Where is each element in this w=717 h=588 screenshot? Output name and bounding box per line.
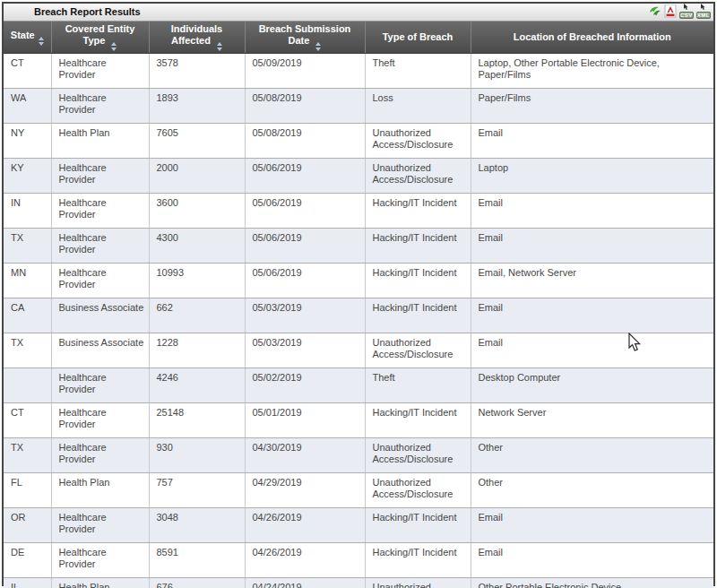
table-row: ILHealth Plan67604/24/2019Unauthorized A…: [4, 578, 713, 588]
table-row: CABusiness Associate66205/03/2019Hacking…: [4, 298, 713, 333]
table-row: TXBusiness Associate122805/03/2019Unauth…: [4, 333, 713, 368]
page-title: Breach Report Results: [34, 6, 141, 17]
table-cell: Business Associate: [51, 298, 149, 333]
excel-export-icon[interactable]: [648, 4, 661, 22]
table-cell: OR: [4, 508, 51, 543]
table-cell: 4246: [149, 368, 245, 403]
table-cell: Desktop Computer: [471, 368, 713, 403]
table-cell: 1228: [149, 333, 245, 368]
column-header-covered-entity-type[interactable]: Covered Entity Type: [51, 22, 149, 54]
table-cell: Business Associate: [51, 333, 149, 368]
table-row: TXHealthcare Provider430005/06/2019Hacki…: [4, 229, 713, 264]
table-cell: TX: [4, 438, 51, 473]
table-cell: 4300: [149, 229, 245, 264]
table-cell: Email, Network Server: [471, 264, 713, 298]
table-cell: 05/09/2019: [245, 54, 365, 89]
table-cell: Network Server: [471, 403, 713, 438]
table-cell: 05/06/2019: [245, 264, 365, 298]
table-cell: DE: [4, 543, 51, 578]
column-label: State: [11, 30, 35, 40]
column-header-breach-submission-date[interactable]: Breach Submission Date: [245, 22, 365, 54]
xml-badge-label: XML: [696, 12, 711, 19]
table-cell: IN: [4, 194, 51, 229]
column-header-state[interactable]: State: [4, 22, 51, 54]
table-cell: Other Portable Electronic Device: [471, 578, 713, 588]
table-body: CTHealthcare Provider357805/09/2019Theft…: [4, 54, 713, 588]
table-cell: 04/29/2019: [245, 473, 365, 508]
table-cell: 04/30/2019: [245, 438, 365, 473]
table-cell: [4, 368, 51, 403]
table-cell: Healthcare Provider: [51, 159, 149, 194]
column-header-individuals-affected[interactable]: Individuals Affected: [149, 22, 245, 54]
title-bar: Breach Report Results CSV: [4, 4, 713, 22]
table-cell: Unauthorized Access/Disclosure: [365, 578, 471, 588]
table-cell: Laptop: [471, 159, 713, 194]
table-cell: CT: [4, 54, 51, 89]
table-cell: TX: [4, 229, 51, 264]
table-cell: CT: [4, 403, 51, 438]
table-cell: Email: [471, 298, 713, 333]
table-cell: Hacking/IT Incident: [365, 194, 471, 229]
xml-export-icon[interactable]: XML: [696, 4, 711, 21]
table-row: Healthcare Provider424605/02/2019TheftDe…: [4, 368, 713, 403]
table-cell: Healthcare Provider: [51, 89, 149, 124]
table-cell: 05/03/2019: [245, 333, 365, 368]
table-cell: Healthcare Provider: [51, 264, 149, 298]
table-cell: 676: [149, 578, 245, 588]
breach-report-table: State Covered Entity Type Individuals Af…: [4, 22, 713, 588]
column-label: Type of Breach: [383, 31, 454, 42]
table-cell: 3048: [149, 508, 245, 543]
table-cell: Unauthorized Access/Disclosure: [365, 438, 471, 473]
column-header-location-of-breached-information: Location of Breached Information: [471, 22, 713, 54]
table-row: CTHealthcare Provider2514805/01/2019Hack…: [4, 403, 713, 438]
table-cell: Unauthorized Access/Disclosure: [365, 333, 471, 368]
table-cell: 04/24/2019: [245, 578, 365, 588]
pdf-export-icon[interactable]: [664, 4, 677, 22]
table-cell: Unauthorized Access/Disclosure: [365, 124, 471, 159]
table-cell: Hacking/IT Incident: [365, 403, 471, 438]
table-row: TXHealthcare Provider93004/30/2019Unauth…: [4, 438, 713, 473]
column-label: Breach Submission Date: [259, 23, 351, 46]
table-cell: WA: [4, 89, 51, 124]
sort-icon: [111, 42, 117, 51]
table-row: ORHealthcare Provider304804/26/2019Hacki…: [4, 508, 713, 543]
table-cell: Healthcare Provider: [51, 438, 149, 473]
table-cell: 10993: [149, 264, 245, 298]
table-cell: Hacking/IT Incident: [365, 543, 471, 578]
table-cell: Hacking/IT Incident: [365, 298, 471, 333]
column-label: Location of Breached Information: [514, 31, 671, 42]
sort-icon: [217, 42, 222, 51]
table-cell: 8591: [149, 543, 245, 578]
table-cell: 04/26/2019: [245, 508, 365, 543]
table-cell: 2000: [149, 159, 245, 194]
sort-icon: [315, 42, 321, 51]
table-row: INHealthcare Provider360005/06/2019Hacki…: [4, 194, 713, 229]
table-cell: Health Plan: [51, 578, 149, 588]
table-cell: Hacking/IT Incident: [365, 264, 471, 298]
table-cell: Email: [471, 229, 713, 264]
table-cell: Email: [471, 508, 713, 543]
column-header-type-of-breach: Type of Breach: [365, 22, 471, 54]
table-cell: Unauthorized Access/Disclosure: [365, 159, 471, 194]
table-cell: Other: [471, 473, 713, 508]
table-cell: Healthcare Provider: [51, 508, 149, 543]
table-cell: 3578: [149, 54, 245, 89]
breach-report-widget: Breach Report Results CSV: [2, 2, 715, 586]
table-cell: 25148: [149, 403, 245, 438]
column-label: Covered Entity Type: [65, 23, 135, 46]
table-cell: Email: [471, 333, 713, 368]
table-cell: 05/06/2019: [245, 229, 365, 264]
table-row: KYHealthcare Provider200005/06/2019Unaut…: [4, 159, 713, 194]
table-cell: Healthcare Provider: [51, 54, 149, 89]
column-label: Individuals Affected: [171, 23, 222, 46]
table-cell: TX: [4, 333, 51, 368]
table-cell: 930: [149, 438, 245, 473]
table-cell: 3600: [149, 194, 245, 229]
table-row: CTHealthcare Provider357805/09/2019Theft…: [4, 54, 713, 89]
table-cell: 1893: [149, 89, 245, 124]
table-cell: 05/06/2019: [245, 194, 365, 229]
table-cell: Healthcare Provider: [51, 403, 149, 438]
table-cell: 662: [149, 298, 245, 333]
table-row: DEHealthcare Provider859104/26/2019Hacki…: [4, 543, 713, 578]
csv-export-icon[interactable]: CSV: [679, 4, 694, 21]
